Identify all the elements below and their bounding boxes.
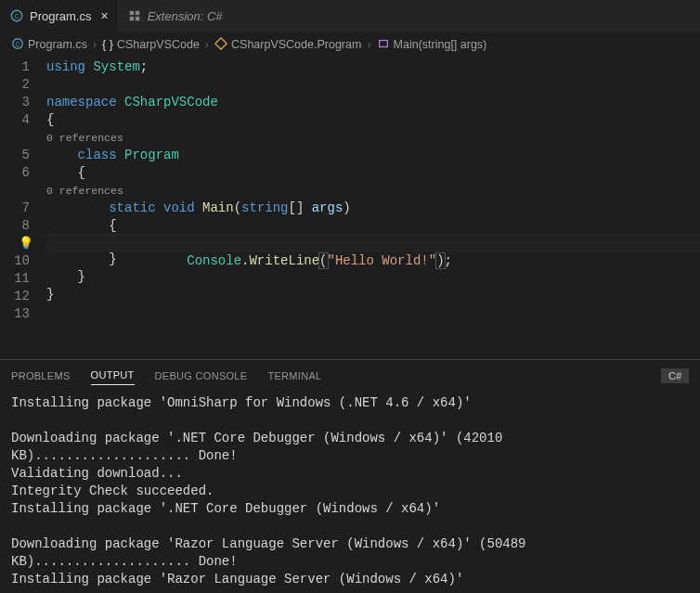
tab-terminal[interactable]: TERMINAL [267,367,321,385]
csharp-file-icon: C [11,37,24,53]
namespace-icon: { } [102,38,113,51]
panel-tabs: PROBLEMS OUTPUT DEBUG CONSOLE TERMINAL C… [0,360,700,391]
svg-rect-3 [136,11,139,15]
breadcrumb-class[interactable]: CSharpVSCode.Program [214,37,361,53]
codelens-method[interactable]: 0 references [46,182,700,200]
breadcrumb: C Program.cs › { } CSharpVSCode › CSharp… [0,32,700,57]
svg-text:C: C [14,13,19,19]
chevron-right-icon: › [93,38,97,51]
method-icon [377,37,390,53]
close-icon[interactable]: × [100,8,108,23]
output-content[interactable]: Installing package 'OmniSharp for Window… [0,391,700,593]
svg-rect-2 [129,11,133,15]
line-number-gutter: 1 2 3 4 5 6 7 8 9 10 11 12 13 [0,57,46,359]
svg-rect-8 [215,37,227,48]
svg-rect-4 [129,17,133,20]
svg-rect-5 [136,17,139,20]
tab-label: Program.cs [30,9,91,23]
tab-program-cs[interactable]: C Program.cs × [0,0,118,32]
tab-problems[interactable]: PROBLEMS [11,367,71,385]
output-channel-select[interactable]: C# [661,368,689,383]
breadcrumb-method[interactable]: Main(string[] args) [377,37,487,53]
class-icon [214,37,227,53]
svg-text:C: C [16,40,20,46]
tab-label: Extension: C# [148,9,223,23]
code-editor[interactable]: 1 2 3 4 5 6 7 8 9 10 11 12 13 using Syst… [0,57,700,359]
breadcrumb-file[interactable]: C Program.cs [11,37,87,53]
tab-output[interactable]: OUTPUT [91,366,135,385]
chevron-right-icon: › [367,38,370,51]
chevron-right-icon: › [205,38,209,51]
csharp-file-icon: C [9,8,24,23]
extension-icon [127,8,142,23]
lightbulb-icon[interactable]: 💡 [19,235,33,252]
bottom-panel: PROBLEMS OUTPUT DEBUG CONSOLE TERMINAL C… [0,359,700,593]
svg-rect-9 [379,40,387,46]
tab-debug-console[interactable]: DEBUG CONSOLE [155,367,248,385]
codelens-class[interactable]: 0 references [46,129,700,147]
editor-tabs: C Program.cs × Extension: C# [0,0,700,32]
tab-extension-csharp[interactable]: Extension: C# [118,0,232,32]
code-content[interactable]: using System; namespace CSharpVSCode { 0… [46,57,700,359]
breadcrumb-namespace[interactable]: { } CSharpVSCode [102,38,200,51]
